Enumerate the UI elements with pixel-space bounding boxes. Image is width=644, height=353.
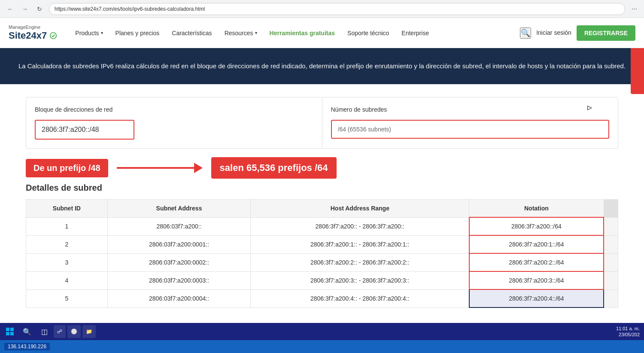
table-row: 52806:03f7:a200:0004::2806:3f7:a200:4:: … [26,289,618,307]
notation-cell: 2806:3f7:a200:1::/64 [469,235,604,253]
table-row: 42806:03f7:a200:0003::2806:3f7:a200:3:: … [26,271,618,289]
logo-manage-engine: ManageEngine [9,24,57,30]
arrow-head-icon [194,163,203,173]
scroll-cell [604,235,618,253]
browser-actions: ⋯ [629,3,640,15]
scroll-cell [604,253,618,271]
subnet-id-cell: 2 [26,235,108,253]
resources-chevron-icon: ▾ [255,30,257,35]
notation-cell: 2806:3f7:a200::/64 [469,217,604,235]
main-navigation: Products ▾ Planes y precios Característi… [70,26,520,40]
host-range-cell: 2806:3f7:a200:: - 2806:3f7:a200:: [251,217,469,235]
host-range-cell: 2806:3f7:a200:1:: - 2806:3f7:a200:1:: [251,235,469,253]
scroll-cell [604,217,618,235]
subnet-address-cell: 2806:03f7:a200:0004:: [107,289,251,307]
subnet-table: Subnet ID Subnet Address Host Address Ra… [26,199,618,308]
main-content: Bloque de direcciones de red Número de s… [0,84,644,321]
site-header: ManageEngine Site24x7 Products ▾ Planes … [0,18,644,48]
center-annotation-box: salen 65,536 prefijos /64 [211,157,337,179]
products-chevron-icon: ▾ [101,30,103,35]
logo-icon [49,32,57,40]
address-bar[interactable] [49,3,625,15]
notation-cell: 2806:3f7:a200:3::/64 [469,271,604,289]
subnet-id-cell: 1 [26,217,108,235]
left-annotation-box: De un prefijo /48 [26,159,108,177]
search-button[interactable]: 🔍 [520,27,531,39]
subnet-id-cell: 5 [26,289,108,307]
logo-text: ManageEngine Site24x7 [9,24,57,42]
cursor-indicator: ▹ [587,102,592,113]
nav-soporte[interactable]: Soporte técnico [342,26,394,40]
table-header: Subnet ID Subnet Address Host Address Ra… [26,200,618,218]
register-button[interactable]: REGISTRARSE [577,25,635,41]
col-subnet-address: Subnet Address [107,200,251,218]
nav-caracteristicas[interactable]: Características [167,26,217,40]
nav-enterprise[interactable]: Enterprise [396,26,434,40]
refresh-button[interactable]: ↻ [33,3,46,15]
browser-controls: ← → ↻ [4,3,46,15]
table-row: 12806:03f7:a200::2806:3f7:a200:: - 2806:… [26,217,618,235]
annotation-row: De un prefijo /48 salen 65,536 prefijos … [26,157,618,179]
nav-herramientas[interactable]: Herramientas gratuitas [264,26,340,40]
annotation-arrow [117,163,203,173]
subnet-input-col: Número de subredes [322,97,618,147]
subnet-address-cell: 2806:03f7:a200:: [107,217,251,235]
subnet-input[interactable] [331,120,610,139]
browser-bar: ← → ↻ ⋯ [0,0,644,18]
arrow-shaft [117,167,194,169]
table-row: 22806:03f7:a200:0001::2806:3f7:a200:1:: … [26,235,618,253]
table-body: 12806:03f7:a200::2806:3f7:a200:: - 2806:… [26,217,618,307]
network-input-col: Bloque de direcciones de red [26,97,322,148]
host-range-cell: 2806:3f7:a200:2:: - 2806:3f7:a200:2:: [251,253,469,271]
host-range-cell: 2806:3f7:a200:4:: - 2806:3f7:a200:4:: [251,289,469,307]
nav-products[interactable]: Products ▾ [70,26,108,40]
col-host-range: Host Address Range [251,200,469,218]
nav-resources[interactable]: Resources ▾ [219,26,262,40]
network-input[interactable] [35,120,134,140]
subnet-details-section: Detalles de subred Subnet ID Subnet Addr… [26,183,618,308]
browser-menu-button[interactable]: ⋯ [629,3,640,15]
hero-banner: La Calculadora de subredes IPv6 realiza … [0,48,644,84]
subnet-address-cell: 2806:03f7:a200:0002:: [107,253,251,271]
back-button[interactable]: ← [4,3,16,15]
col-subnet-id: Subnet ID [26,200,108,218]
scroll-cell [604,271,618,289]
col-notation: Notation [469,200,604,218]
login-button[interactable]: Iniciar sesión [536,29,571,37]
subnet-id-cell: 3 [26,253,108,271]
svg-point-0 [50,33,56,39]
notation-cell-last: 2806:3f7:a200:4::/64 [469,289,604,307]
calculator-form: Bloque de direcciones de red Número de s… [26,97,618,149]
col-scrollbar [604,200,618,218]
subnet-address-cell: 2806:03f7:a200:0001:: [107,235,251,253]
subnet-id-cell: 4 [26,271,108,289]
hero-text: La Calculadora de subredes IPv6 realiza … [9,61,635,71]
section-title: Detalles de subred [26,183,618,193]
logo-area[interactable]: ManageEngine Site24x7 [9,24,57,42]
subnet-address-cell: 2806:03f7:a200:0003:: [107,271,251,289]
nav-planes-precios[interactable]: Planes y precios [110,26,165,40]
subnet-label: Número de subredes [331,106,610,113]
notation-cell: 2806:3f7:a200:2::/64 [469,253,604,271]
network-label: Bloque de direcciones de red [35,106,313,113]
forward-button[interactable]: → [19,3,31,15]
host-range-cell: 2806:3f7:a200:3:: - 2806:3f7:a200:3:: [251,271,469,289]
scroll-cell [604,289,618,307]
table-row: 32806:03f7:a200:0002::2806:3f7:a200:2:: … [26,253,618,271]
table-header-row: Subnet ID Subnet Address Host Address Ra… [26,200,618,218]
nav-right: 🔍 Iniciar sesión REGISTRARSE [520,25,635,41]
logo-site24x7: Site24x7 [9,30,47,41]
